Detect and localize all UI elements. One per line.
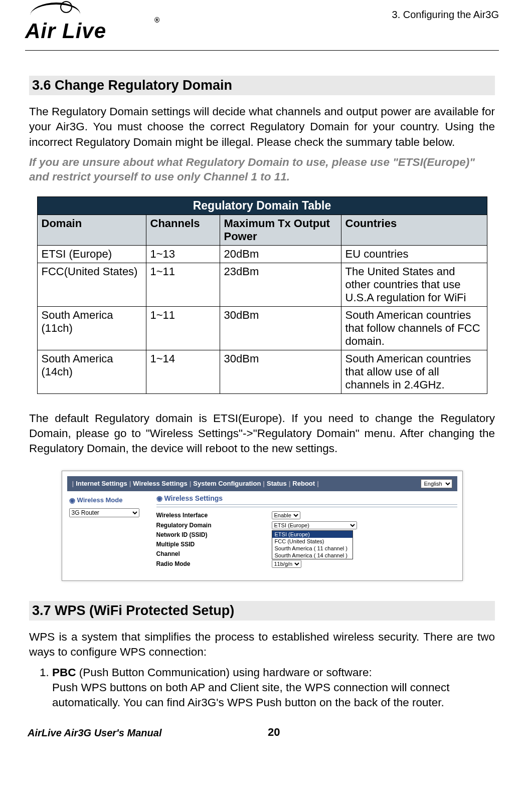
wireless-mode-title: Wireless Mode <box>69 496 139 504</box>
section-3-7-intro: WPS is a system that simplifies the proc… <box>29 630 495 660</box>
table-row: ETSI (Europe) 1~13 20dBm EU countries <box>37 245 487 263</box>
chapter-title: 3. Configuring the Air3G <box>392 9 499 21</box>
wireless-mode-select[interactable]: 3G Router <box>69 508 139 517</box>
th-countries: Countries <box>341 215 487 245</box>
channel-label: Channel <box>156 550 272 557</box>
th-channels: Channels <box>146 215 220 245</box>
section-3-7-heading: 3.7 WPS (WiFi Protected Setup) <box>29 601 495 621</box>
section-3-6-p2: The default Regulatory domain is ETSI(Eu… <box>29 411 495 457</box>
embed-navbar: | Internet Settings | Wireless Settings … <box>67 476 457 491</box>
multi-ssid-label: Multiple SSID <box>156 541 272 548</box>
reg-domain-select[interactable]: ETSI (Europe) <box>272 521 357 529</box>
logo-text: Air Live <box>25 19 106 43</box>
nav-internet-settings[interactable]: Internet Settings <box>76 480 127 487</box>
reg-domain-option[interactable]: ETSI (Europe) <box>272 531 353 538</box>
section-3-6-note: If you are unsure about what Regulatory … <box>29 155 495 184</box>
nav-system-config[interactable]: System Configuration <box>193 480 261 487</box>
radio-mode-label: Radio Mode <box>156 560 272 567</box>
reg-domain-option[interactable]: Sourth America ( 11 channel ) <box>272 545 353 552</box>
wifi-interface-label: Wireless Interface <box>156 512 272 519</box>
section-3-6-intro: The Regulatory Domain settings will deci… <box>29 104 495 150</box>
reg-domain-option[interactable]: FCC (United States) <box>272 538 353 545</box>
settings-screenshot: | Internet Settings | Wireless Settings … <box>62 471 463 581</box>
regulatory-domain-table: Regulatory Domain Table Domain Channels … <box>37 196 487 394</box>
table-row: South America (14ch) 1~14 30dBm South Am… <box>37 350 487 393</box>
nav-wireless-settings[interactable]: Wireless Settings <box>133 480 187 487</box>
nav-status[interactable]: Status <box>267 480 287 487</box>
footer-manual-title: AirLive Air3G User's Manual <box>28 727 161 739</box>
section-3-6-heading: 3.6 Change Regulatory Domain <box>29 76 495 95</box>
wireless-settings-title: Wireless Settings <box>156 494 457 502</box>
reg-domain-dropdown: ETSI (Europe) FCC (United States) Sourth… <box>272 530 353 559</box>
reg-domain-label: Regulatory Domain <box>156 522 272 529</box>
language-select[interactable]: English <box>421 479 452 488</box>
radio-mode-select[interactable]: 11b/g/n <box>272 560 301 568</box>
footer-page-number: 20 <box>268 726 280 739</box>
wps-list-item-1: PBC (Push Button Communication) using ha… <box>52 665 495 711</box>
table-title: Regulatory Domain Table <box>37 196 487 215</box>
th-power: Maximum Tx Output Power <box>220 215 341 245</box>
table-row: FCC(United States) 1~11 23dBm The United… <box>37 263 487 306</box>
reg-domain-option[interactable]: Sourth America ( 14 channel ) <box>272 552 353 559</box>
table-row: South America (11ch) 1~11 30dBm South Am… <box>37 306 487 350</box>
header-divider <box>25 50 499 51</box>
wifi-interface-select[interactable]: Enable <box>272 511 300 519</box>
nav-reboot[interactable]: Reboot <box>292 480 315 487</box>
th-domain: Domain <box>37 215 146 245</box>
airlive-logo: Air Live ® <box>25 5 160 45</box>
ssid-label: Network ID (SSID) <box>156 531 272 538</box>
